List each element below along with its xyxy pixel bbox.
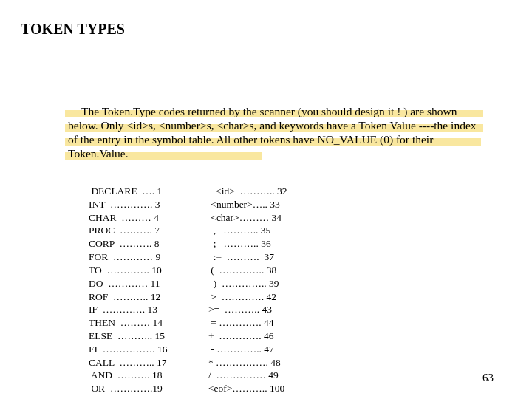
token-column-2: <id> ……….. 32 <number>….. 33 <char>……… 3… [206,185,287,399]
page-title: TOKEN TYPES [21,21,125,38]
intro-paragraph: The Token.Type codes returned by the sca… [68,105,482,161]
page-number: 63 [482,372,494,384]
intro-text: The Token.Type codes returned by the sca… [68,105,477,160]
token-column-1: DECLARE …. 1 INT …………. 3 CHAR ……… 4 PROC… [89,185,168,399]
token-columns: DECLARE …. 1 INT …………. 3 CHAR ……… 4 PROC… [89,185,287,399]
